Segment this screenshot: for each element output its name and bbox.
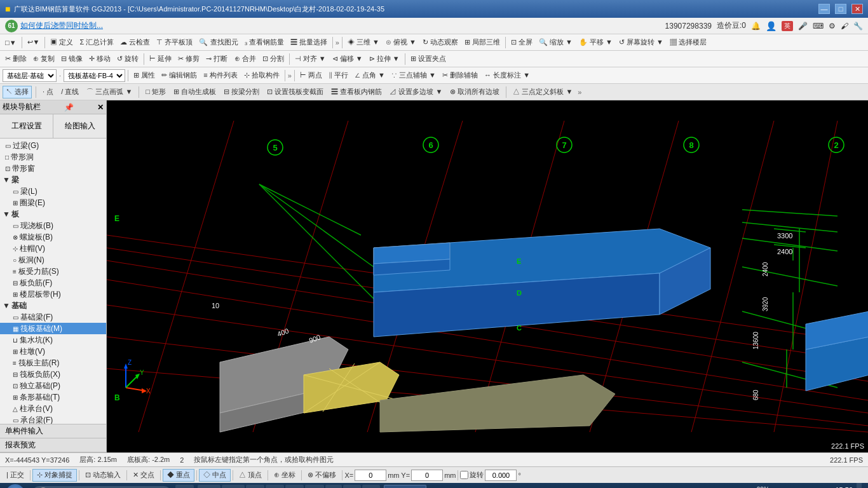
- length-mark-btn[interactable]: ↔ 长度标注 ▼: [482, 69, 532, 82]
- tree-item-guoliang[interactable]: ▭过梁(G): [0, 140, 106, 151]
- maximize-button[interactable]: □: [835, 4, 846, 14]
- delete-btn[interactable]: ✂ 删除: [3, 53, 29, 65]
- view-slab-rebar-btn[interactable]: ☰ 查看板内钢筋: [329, 86, 384, 98]
- store-icon[interactable]: ⊞: [266, 485, 284, 488]
- set-slab-section-btn[interactable]: ⊡ 设置筏板变截面: [264, 86, 326, 98]
- tree-item-duli[interactable]: ⊡独立基础(P): [0, 380, 106, 391]
- align-btn[interactable]: ⊣ 对齐 ▼: [292, 53, 329, 65]
- rotate-btn[interactable]: ↺ 旋转: [114, 53, 141, 65]
- tree-item-zhudun[interactable]: ⊞柱墩(V): [0, 346, 106, 357]
- tree-item-cttai[interactable]: ▭承台梁(F): [0, 414, 106, 424]
- select-mode-btn[interactable]: ↖ 选择: [3, 86, 32, 98]
- mirror-btn[interactable]: ⊟ 镜像: [58, 53, 85, 65]
- settings-taskbar-icon[interactable]: ⚙: [305, 485, 324, 488]
- media-icon[interactable]: ▶: [343, 485, 361, 488]
- tree-item-fabanneg[interactable]: ⊟筏板负筋(X): [0, 369, 106, 380]
- top-view-btn[interactable]: ⊙ 俯视 ▼: [383, 36, 419, 49]
- tree-item-zhum[interactable]: ⊹柱帽(V): [0, 243, 106, 254]
- start-button[interactable]: [3, 483, 28, 488]
- tree-item-fabanjichu[interactable]: ▦筏板基础(M): [0, 323, 106, 334]
- split-by-beam-btn[interactable]: ⊟ 按梁分割: [221, 86, 262, 98]
- copy-btn[interactable]: ⊕ 复制: [31, 53, 57, 65]
- pan-btn[interactable]: ✋ 平移 ▼: [576, 36, 615, 49]
- object-snap-btn[interactable]: ⊹ 对象捕捉: [32, 469, 77, 482]
- orthogonal-btn[interactable]: | 正交: [3, 469, 28, 482]
- sidebar-pin-icon[interactable]: 📌: [64, 103, 74, 112]
- three-point-axis-btn[interactable]: ∵ 三点辅轴 ▼: [389, 69, 438, 82]
- tree-item-loucengband[interactable]: ⊞楼层板带(H): [0, 288, 106, 300]
- break-btn[interactable]: ⊸ 打断: [203, 53, 230, 65]
- viewport[interactable]: 5 6 7 8 2 E E D C B 10 3300: [107, 100, 868, 452]
- mail-icon[interactable]: ✉: [285, 485, 304, 488]
- new-btn[interactable]: □▼: [3, 36, 19, 49]
- close-button[interactable]: ✕: [851, 4, 863, 14]
- project-settings-btn[interactable]: 工程设置: [0, 114, 53, 138]
- minimize-button[interactable]: —: [818, 4, 830, 14]
- layer-select[interactable]: 基础层·基础: [3, 69, 57, 82]
- select-floor-btn[interactable]: ▦ 选择楼层: [667, 36, 709, 49]
- merge-btn[interactable]: ⊕ 合并: [232, 53, 259, 65]
- 3d-btn[interactable]: ◈ 三维 ▼: [345, 36, 382, 49]
- grip-set-btn[interactable]: ⊞ 设置夹点: [408, 53, 449, 65]
- tree-item-liang[interactable]: ▭梁(L): [0, 186, 106, 197]
- tree-item-quanliang[interactable]: ⊞圈梁(E): [0, 197, 106, 208]
- no-offset-btn[interactable]: ⊗ 不偏移: [304, 469, 340, 482]
- ie-icon[interactable]: ⊕: [246, 485, 264, 488]
- show-desktop-btn[interactable]: [857, 483, 862, 488]
- midpoint-marker-btn[interactable]: ◆ 重点: [163, 469, 194, 482]
- cloud-check-btn[interactable]: ☁ 云检查: [118, 36, 153, 49]
- fullscreen-btn[interactable]: ⊡ 全屏: [508, 36, 535, 49]
- zoom-btn[interactable]: 🔍 缩放 ▼: [536, 36, 575, 49]
- notif-message[interactable]: 如何使后浇带同时绘制...: [20, 20, 103, 31]
- tree-item-zhuct[interactable]: △柱承台(V): [0, 403, 106, 414]
- vertex-btn[interactable]: △ 顶点: [235, 469, 266, 482]
- single-component-btn[interactable]: 单构件输入: [0, 424, 106, 438]
- trim-btn[interactable]: ✂ 修剪: [175, 53, 202, 65]
- dynamic-input-btn[interactable]: ⊡ 动态输入: [81, 469, 125, 482]
- tree-group-liang[interactable]: ▼梁: [0, 174, 106, 186]
- move-btn[interactable]: ✛ 移动: [86, 53, 113, 65]
- coord-btn[interactable]: ⊕ 坐标: [270, 469, 299, 482]
- component-list-btn[interactable]: ≡ 构件列表: [201, 69, 240, 82]
- glodon-icon[interactable]: G: [362, 485, 380, 488]
- rotate-checkbox[interactable]: [460, 471, 468, 479]
- multi-slope-btn[interactable]: ⊿ 设置多边坡 ▼: [387, 86, 445, 98]
- batch-select-btn[interactable]: ☰ 批量选择: [288, 36, 330, 49]
- parallel-btn[interactable]: ∥ 平行: [326, 69, 351, 82]
- offset-btn[interactable]: ⊲ 偏移 ▼: [330, 53, 365, 65]
- intersection-btn[interactable]: ✕ 交点: [129, 469, 158, 482]
- align-top-btn[interactable]: ⊤ 齐平板顶: [154, 36, 195, 49]
- tree-item-tiaoxing[interactable]: ⊞条形基础(T): [0, 391, 106, 403]
- auto-gen-slab-btn[interactable]: ⊞ 自动生成板: [171, 86, 219, 98]
- tree-item-bandong[interactable]: ○板洞(N): [0, 254, 106, 266]
- file-manager-icon[interactable]: 📁: [198, 485, 220, 488]
- point-angle-btn[interactable]: ∠ 点角 ▼: [352, 69, 388, 82]
- sidebar-close-icon[interactable]: ✕: [97, 103, 104, 112]
- point-btn[interactable]: · 点: [40, 86, 56, 98]
- extend-btn[interactable]: ⊢ 延伸: [147, 53, 174, 65]
- tree-item-jichuliang[interactable]: ▭基础梁(F): [0, 311, 106, 323]
- split-btn[interactable]: ⊡ 分割: [260, 53, 287, 65]
- local-3d-btn[interactable]: ⊞ 局部三维: [462, 36, 503, 49]
- tree-item-fabanzhu[interactable]: ≡筏板主筋(R): [0, 357, 106, 369]
- edit-rebar-btn[interactable]: ✏ 编辑钢筋: [159, 69, 200, 82]
- tree-item-daixingdong[interactable]: □带形洞: [0, 151, 106, 163]
- tree-group-jichu[interactable]: ▼基础: [0, 300, 106, 311]
- screen-rotate-btn[interactable]: ↺ 屏幕旋转 ▼: [616, 36, 666, 49]
- task-view-btn[interactable]: ⊡: [175, 485, 194, 488]
- drawing-input-btn[interactable]: 绘图输入: [53, 114, 106, 138]
- x-input[interactable]: [355, 470, 386, 481]
- two-point-btn[interactable]: ⊢ 两点: [297, 69, 325, 82]
- rotate-input[interactable]: [485, 470, 517, 481]
- property-btn[interactable]: ⊞ 属性: [131, 69, 158, 82]
- edge-icon[interactable]: 🌐: [222, 485, 245, 488]
- pick-component-btn[interactable]: ⊹ 拾取构件: [241, 69, 282, 82]
- calc-btn[interactable]: Σ 汇总计算: [77, 36, 116, 49]
- tree-item-daixingchuang[interactable]: ⊡带形窗: [0, 163, 106, 174]
- chrome-icon[interactable]: ●: [325, 485, 342, 488]
- line-btn[interactable]: / 直线: [58, 86, 81, 98]
- tree-group-ban[interactable]: ▼板: [0, 208, 106, 220]
- rect-btn[interactable]: □ 矩形: [143, 86, 168, 98]
- view-rebar-btn[interactable]: ₃ 查看钢筋量: [242, 36, 287, 49]
- ggj-app-btn[interactable]: GGJ软件: [384, 485, 426, 488]
